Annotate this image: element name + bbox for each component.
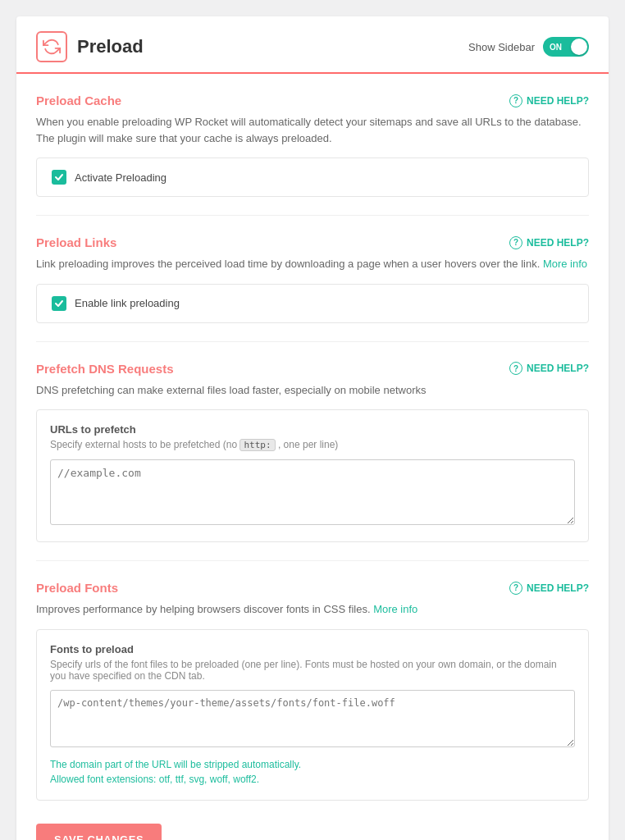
preload-links-need-help[interactable]: ? NEED HELP?: [509, 236, 589, 249]
need-help-icon-3: ?: [509, 362, 522, 375]
urls-to-prefetch-title: URLs to prefetch: [50, 423, 575, 436]
prefetch-dns-need-help[interactable]: ? NEED HELP?: [509, 362, 589, 375]
urls-to-prefetch-desc: Specify external hosts to be prefetched …: [50, 439, 575, 451]
preload-links-desc: Link preloading improves the perceived l…: [36, 256, 589, 272]
preload-links-title: Preload Links: [36, 235, 116, 249]
preload-fonts-title: Preload Fonts: [36, 581, 118, 595]
preload-fonts-desc: Improves performance by helping browsers…: [36, 601, 589, 618]
fonts-to-preload-title: Fonts to preload: [50, 643, 575, 655]
page-header: Preload Show Sidebar ON: [16, 16, 609, 74]
prefetch-dns-box: URLs to prefetch Specify external hosts …: [36, 409, 589, 542]
preload-cache-header: Preload Cache ? NEED HELP?: [36, 94, 589, 107]
header-left: Preload: [36, 31, 144, 62]
need-help-icon: ?: [509, 94, 522, 107]
need-help-icon-4: ?: [509, 582, 522, 595]
toggle-knob: [571, 39, 587, 55]
enable-link-preloading-checkbox[interactable]: [52, 296, 66, 311]
enable-link-preloading-row: Enable link preloading: [52, 296, 573, 311]
prefetch-dns-title: Prefetch DNS Requests: [36, 362, 174, 376]
preload-cache-desc: When you enable preloading WP Rocket wil…: [36, 114, 589, 146]
preload-links-section: Preload Links ? NEED HELP? Link preloadi…: [36, 216, 589, 323]
header-right: Show Sidebar ON: [468, 37, 589, 57]
preload-fonts-section: Preload Fonts ? NEED HELP? Improves perf…: [36, 561, 589, 801]
preload-icon: [36, 31, 67, 62]
sidebar-label: Show Sidebar: [468, 41, 535, 53]
preload-cache-section: Preload Cache ? NEED HELP? When you enab…: [36, 74, 589, 197]
preload-links-box: Enable link preloading: [36, 284, 589, 323]
preload-cache-need-help[interactable]: ? NEED HELP?: [509, 94, 589, 107]
prefetch-dns-header: Prefetch DNS Requests ? NEED HELP?: [36, 362, 589, 376]
urls-prefetch-textarea[interactable]: [50, 459, 575, 525]
preload-fonts-need-help[interactable]: ? NEED HELP?: [509, 582, 589, 595]
activate-preloading-checkbox[interactable]: [52, 170, 66, 185]
save-changes-button[interactable]: SAVE CHANGES: [36, 824, 162, 841]
preload-links-header: Preload Links ? NEED HELP?: [36, 235, 589, 249]
need-help-label-4: NEED HELP?: [527, 582, 589, 594]
need-help-label-3: NEED HELP?: [527, 363, 589, 374]
toggle-on-label: ON: [550, 43, 562, 52]
preload-fonts-header: Preload Fonts ? NEED HELP?: [36, 581, 589, 595]
main-content: Preload Cache ? NEED HELP? When you enab…: [16, 74, 609, 840]
preload-cache-title: Preload Cache: [36, 94, 121, 107]
need-help-label: NEED HELP?: [527, 95, 589, 107]
activate-preloading-label: Activate Preloading: [75, 171, 167, 184]
enable-link-preloading-label: Enable link preloading: [75, 297, 180, 309]
page-container: Preload Show Sidebar ON Preload Cache ? …: [16, 16, 609, 840]
preload-links-more-info[interactable]: More info: [543, 258, 587, 270]
preload-cache-box: Activate Preloading: [36, 158, 589, 197]
preload-fonts-more-info[interactable]: More info: [373, 603, 417, 615]
font-note: The domain part of the URL will be strip…: [50, 757, 575, 787]
page-title: Preload: [77, 36, 144, 57]
sidebar-toggle[interactable]: ON: [543, 37, 589, 57]
http-badge: http:: [240, 439, 275, 451]
need-help-label-2: NEED HELP?: [527, 237, 589, 249]
prefetch-dns-section: Prefetch DNS Requests ? NEED HELP? DNS p…: [36, 342, 589, 543]
need-help-icon-2: ?: [509, 236, 522, 249]
fonts-to-preload-desc: Specify urls of the font files to be pre…: [50, 659, 575, 682]
activate-preloading-row: Activate Preloading: [52, 170, 573, 185]
preload-fonts-box: Fonts to preload Specify urls of the fon…: [36, 629, 589, 801]
fonts-preload-textarea[interactable]: [50, 690, 575, 747]
prefetch-dns-desc: DNS prefetching can make external files …: [36, 382, 589, 399]
